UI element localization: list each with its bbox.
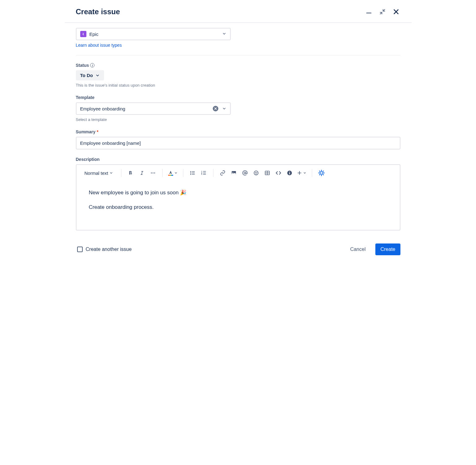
status-value: To Do [80,73,93,78]
chevron-down-icon [95,73,100,78]
status-dropdown[interactable]: To Do [76,70,104,80]
svg-rect-9 [192,171,195,172]
emoji-button[interactable] [251,168,261,178]
window-controls [365,7,400,16]
insert-more-button[interactable] [296,168,308,178]
code-button[interactable] [273,168,283,178]
svg-point-25 [257,172,257,173]
svg-rect-19 [203,174,206,175]
template-helper: Select a template [76,117,400,122]
svg-point-12 [190,174,191,175]
checkbox-box [77,247,83,252]
svg-rect-15 [203,171,206,172]
description-label: Description [76,157,100,162]
rich-text-editor: Normal text [76,164,400,230]
info-panel-button[interactable] [285,168,295,178]
image-button[interactable] [229,168,239,178]
modal-title: Create issue [76,7,120,16]
editor-content[interactable]: New employee is going to join us soon 🎉 … [76,181,400,230]
modal-header: Create issue [65,0,412,23]
svg-point-7 [154,173,155,174]
svg-line-41 [320,174,321,175]
issue-type-value: Epic [90,32,98,37]
chevron-down-icon [303,171,306,174]
chevron-down-icon [109,171,113,175]
italic-button[interactable] [137,168,147,178]
ai-assist-button[interactable] [317,168,326,178]
bold-icon [128,170,133,176]
svg-point-5 [151,173,152,174]
more-formatting-button[interactable] [148,168,158,178]
svg-point-23 [254,171,258,175]
summary-input[interactable] [76,137,400,149]
description-field: Description Normal text [76,157,400,230]
modal-body: Epic Learn about issue types Status i To… [65,23,412,230]
svg-point-22 [244,172,246,174]
create-issue-modal: Create issue [65,0,412,264]
create-another-label: Create another issue [86,247,132,252]
cancel-button[interactable]: Cancel [345,243,371,255]
issue-type-select[interactable]: Epic [76,28,231,40]
svg-point-24 [255,172,256,173]
italic-icon [139,170,145,176]
minimize-button[interactable] [365,7,373,16]
template-select[interactable]: Employee onboarding [76,102,231,115]
resize-button[interactable] [378,7,387,16]
bullet-list-icon [190,170,195,176]
numbered-list-icon: 1 2 3 [201,170,207,176]
more-icon [150,170,156,176]
atlassian-ai-icon [318,170,325,176]
clear-template-button[interactable] [213,106,218,111]
svg-text:3: 3 [201,173,202,175]
issue-type-field: Epic Learn about issue types [76,28,400,48]
mention-button[interactable] [240,168,250,178]
code-icon [276,170,281,176]
svg-rect-13 [192,174,195,175]
mention-icon [242,170,248,176]
description-line-2: Create onboarding process. [89,203,387,212]
status-helper: This is the issue's initial status upon … [76,83,400,88]
bullet-list-button[interactable] [188,168,198,178]
resize-icon [379,8,386,15]
text-color-button[interactable] [167,168,179,178]
svg-line-38 [320,171,321,172]
svg-line-40 [322,171,324,172]
numbered-list-button[interactable]: 1 2 3 [199,168,209,178]
bold-button[interactable] [126,168,136,178]
divider [76,55,400,55]
table-button[interactable] [262,168,272,178]
x-icon [214,107,217,110]
emoji-icon [253,170,259,176]
text-style-dropdown[interactable]: Normal text [81,168,117,178]
summary-field: Summary * [76,129,400,149]
description-line-1: New employee is going to join us soon 🎉 [89,188,387,197]
text-color-icon [168,170,173,176]
info-icon[interactable]: i [90,63,94,67]
info-circle-icon [287,170,292,176]
svg-point-10 [190,173,191,174]
template-field: Template Employee onboarding Selec [76,95,400,122]
minimize-icon [366,9,372,15]
epic-icon [80,31,86,37]
footer-buttons: Cancel Create [345,243,400,255]
close-button[interactable] [392,7,400,16]
learn-issue-types-link[interactable]: Learn about issue types [76,43,122,48]
link-button[interactable] [218,168,228,178]
plus-icon [297,170,302,175]
close-icon [393,8,400,15]
svg-rect-31 [289,173,290,174]
svg-point-6 [153,173,154,174]
svg-line-39 [322,174,324,175]
create-button[interactable]: Create [375,243,400,255]
table-icon [264,170,270,176]
svg-rect-17 [203,173,206,173]
chevron-down-icon [222,32,226,37]
svg-rect-11 [192,173,195,173]
required-asterisk: * [97,129,98,134]
template-value: Employee onboarding [80,106,125,111]
svg-point-21 [233,172,233,173]
link-icon [220,170,225,176]
svg-point-8 [190,171,191,172]
chevron-down-icon [174,171,177,174]
create-another-checkbox[interactable]: Create another issue [77,247,132,252]
